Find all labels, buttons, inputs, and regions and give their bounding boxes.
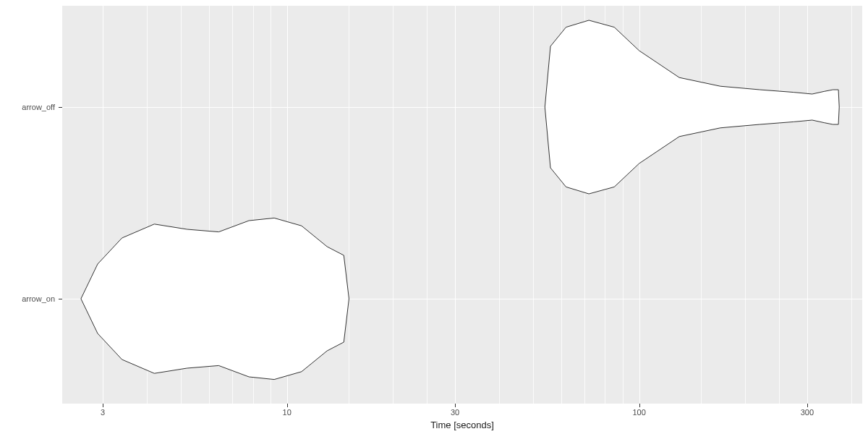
x-tick-label: 100 <box>632 408 645 417</box>
violin-arrow_off <box>545 20 839 194</box>
x-tick <box>639 404 640 407</box>
y-tick <box>59 299 62 299</box>
x-tick <box>455 404 456 407</box>
y-tick-label: arrow_on <box>22 294 55 303</box>
x-axis-label: Time [seconds] <box>62 420 862 430</box>
x-tick <box>103 404 103 407</box>
chart-container: Time [seconds] 31030100300arrow_offarrow… <box>0 0 868 434</box>
x-tick-label: 300 <box>801 408 814 417</box>
violin-layer <box>62 6 862 404</box>
x-tick-label: 3 <box>101 408 105 417</box>
violin-arrow_on <box>81 218 349 379</box>
y-tick <box>59 107 62 108</box>
y-tick-label: arrow_off <box>22 103 55 111</box>
x-tick-label: 10 <box>283 408 292 417</box>
plot-panel <box>62 6 862 404</box>
x-tick-label: 30 <box>451 408 459 417</box>
x-tick <box>807 404 808 407</box>
x-tick <box>287 404 288 407</box>
